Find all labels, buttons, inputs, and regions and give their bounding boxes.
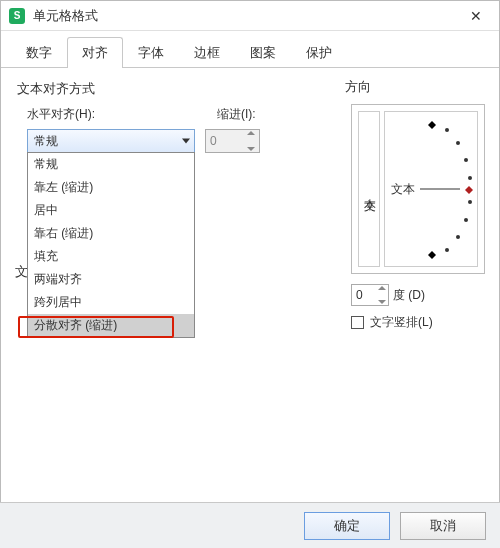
svg-point-9 [445, 248, 449, 252]
orientation-heading: 方向 [345, 78, 485, 96]
align-option-center[interactable]: 居中 [28, 199, 194, 222]
horizontal-align-combobox[interactable]: 常规 [27, 129, 195, 153]
indent-label: 缩进(I): [217, 106, 256, 123]
degree-spin-up-icon[interactable] [378, 286, 386, 290]
horizontal-align-label: 水平对齐(H): [27, 106, 187, 123]
tab-alignment[interactable]: 对齐 [67, 37, 123, 68]
orientation-degree-spinner[interactable]: 0 [351, 284, 389, 306]
close-button[interactable]: ✕ [461, 1, 491, 31]
degree-spin-down-icon[interactable] [378, 300, 386, 304]
window-title: 单元格格式 [33, 7, 461, 25]
svg-point-3 [464, 158, 468, 162]
chevron-down-icon [182, 139, 190, 144]
svg-point-4 [468, 176, 472, 180]
indent-spinner[interactable]: 0 [205, 129, 260, 153]
align-option-right-indent[interactable]: 靠右 (缩进) [28, 222, 194, 245]
indent-value: 0 [210, 134, 217, 148]
app-icon: S [9, 8, 25, 24]
tab-number[interactable]: 数字 [11, 37, 67, 68]
window-titlebar: S 单元格格式 ✕ [1, 1, 499, 31]
orientation-panel: 方向 文本 [345, 78, 485, 331]
vertical-text-checkbox[interactable] [351, 316, 364, 329]
tab-font[interactable]: 字体 [123, 37, 179, 68]
svg-point-8 [456, 235, 460, 239]
svg-marker-10 [428, 251, 436, 259]
dialog-content: 文本对齐方式 水平对齐(H): 缩进(I): 常规 0 常规 靠左 (缩进) 居… [1, 68, 499, 508]
tab-protection[interactable]: 保护 [291, 37, 347, 68]
vertical-text-label: 文字竖排(L) [370, 314, 433, 331]
indent-spin-up-icon[interactable] [247, 131, 255, 135]
dialog-footer: 确定 取消 [0, 502, 500, 548]
indent-spin-down-icon[interactable] [247, 147, 255, 151]
align-option-distributed-indent[interactable]: 分散对齐 (缩进) [28, 314, 194, 337]
ok-button[interactable]: 确定 [304, 512, 390, 540]
orientation-dial[interactable]: 文本 [384, 111, 478, 267]
svg-point-7 [464, 218, 468, 222]
horizontal-align-dropdown: 常规 靠左 (缩进) 居中 靠右 (缩进) 填充 两端对齐 跨列居中 分散对齐 … [27, 152, 195, 338]
align-option-justify[interactable]: 两端对齐 [28, 268, 194, 291]
orientation-dial-text: 文本 [391, 181, 415, 198]
svg-marker-0 [428, 121, 436, 129]
orientation-degree-value: 0 [356, 288, 363, 302]
align-option-fill[interactable]: 填充 [28, 245, 194, 268]
orientation-degree-label: 度 (D) [393, 287, 425, 304]
tabs-bar: 数字 对齐 字体 边框 图案 保护 [1, 31, 499, 68]
orientation-dial-line [420, 189, 460, 190]
vertical-text-row: 文字竖排(L) [351, 314, 485, 331]
svg-point-6 [468, 200, 472, 204]
align-option-general[interactable]: 常规 [28, 153, 194, 176]
cancel-button[interactable]: 取消 [400, 512, 486, 540]
align-option-left-indent[interactable]: 靠左 (缩进) [28, 176, 194, 199]
svg-point-1 [445, 128, 449, 132]
svg-marker-5 [465, 186, 473, 194]
orientation-vertical-sample[interactable]: 文本 [358, 111, 380, 267]
align-option-across-center[interactable]: 跨列居中 [28, 291, 194, 314]
orientation-box: 文本 [351, 104, 485, 274]
svg-point-2 [456, 141, 460, 145]
tab-pattern[interactable]: 图案 [235, 37, 291, 68]
tab-border[interactable]: 边框 [179, 37, 235, 68]
horizontal-align-value: 常规 [34, 133, 58, 150]
